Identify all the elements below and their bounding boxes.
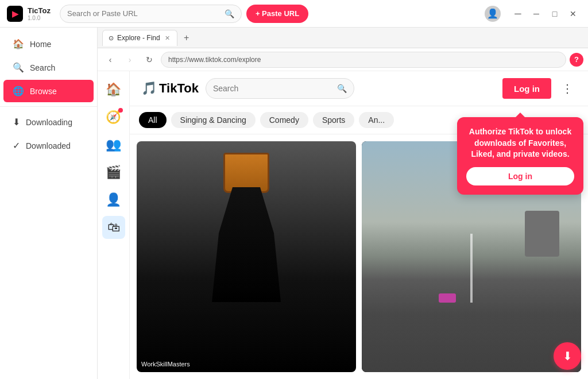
- close-button[interactable]: ✕: [565, 6, 581, 22]
- titlebar: ▶ TicToz 1.0.0 🔍 + Paste URL 👤 ─ ─ □ ✕: [0, 0, 588, 28]
- tiktok-header: 🎵 TikTok 🔍 Log in ⋮: [130, 71, 588, 106]
- tiktok-nav-home[interactable]: 🏠: [102, 78, 125, 101]
- tiktok-logo-text: TikTok: [159, 81, 199, 96]
- forward-button[interactable]: ›: [122, 52, 138, 68]
- category-sports[interactable]: Sports: [313, 112, 354, 128]
- truck-graphic: [525, 211, 559, 257]
- download-icon: ⬇: [563, 349, 572, 363]
- hamburger-button[interactable]: ─: [510, 6, 526, 22]
- sidebar-divider: [0, 106, 97, 107]
- sidebar-item-downloaded-label: Downloaded: [26, 141, 71, 150]
- tab-bar: ⊙ Explore - Find ✕ +: [98, 28, 588, 48]
- global-search-bar[interactable]: 🔍: [60, 5, 242, 23]
- help-button[interactable]: ?: [570, 53, 583, 67]
- liquid-graphic: [212, 187, 281, 302]
- app-version: 1.0.0: [28, 15, 51, 21]
- sidebar-item-browse[interactable]: 🌐 Browse: [3, 80, 94, 102]
- car-graphic: [439, 293, 456, 303]
- window-controls: ─ ─ □ ✕: [510, 6, 581, 22]
- sidebar-item-search[interactable]: 🔍 Search: [3, 56, 94, 79]
- main-layout: 🏠 Home 🔍 Search 🌐 Browse ⬇ Downloading ✓…: [0, 28, 588, 379]
- category-all[interactable]: All: [139, 112, 167, 128]
- browser-area: ⊙ Explore - Find ✕ + ‹ › ↻ https://www.t…: [98, 28, 588, 379]
- downloaded-icon: ✓: [13, 140, 20, 151]
- sidebar-item-downloading-label: Downloading: [26, 118, 72, 127]
- nav-bar: ‹ › ↻ https://www.tiktok.com/explore ?: [98, 48, 588, 71]
- sidebar-item-downloading[interactable]: ⬇ Downloading: [3, 111, 94, 133]
- auth-popup: Authorize TikTok to unlock downloads of …: [457, 117, 583, 195]
- global-search-input[interactable]: [67, 9, 221, 18]
- tiktok-nav-explore[interactable]: 🧭: [102, 106, 125, 129]
- browser-tab[interactable]: ⊙ Explore - Find ✕: [102, 30, 177, 46]
- search-icon: 🔍: [13, 62, 24, 73]
- road-lane-graphic: [470, 234, 473, 303]
- maximize-button[interactable]: □: [547, 6, 563, 22]
- barrel-graphic: [223, 153, 269, 193]
- tiktok-more-button[interactable]: ⋮: [558, 79, 577, 98]
- tab-favicon: ⊙: [109, 34, 114, 42]
- paste-url-button[interactable]: + Paste URL: [246, 5, 308, 23]
- tab-close-button[interactable]: ✕: [164, 34, 171, 42]
- url-bar[interactable]: https://www.tiktok.com/explore: [161, 52, 566, 68]
- minimize-button[interactable]: ─: [528, 6, 544, 22]
- tiktok-search-box[interactable]: 🔍: [206, 78, 355, 99]
- tiktok-sidenav: 🏠 🧭 👥 🎬 👤 🛍: [98, 71, 130, 379]
- back-button[interactable]: ‹: [102, 52, 118, 68]
- tiktok-logo-icon: 🎵: [141, 81, 157, 96]
- tiktok-page: 🏠 🧭 👥 🎬 👤 🛍 🎵 TikTok 🔍: [98, 71, 588, 379]
- search-icon: 🔍: [225, 9, 234, 18]
- video-caption-1: WorkSkillMasters: [141, 361, 351, 368]
- sidebar-item-downloaded[interactable]: ✓ Downloaded: [3, 134, 94, 157]
- sidebar-item-browse-label: Browse: [30, 87, 57, 96]
- app-name: TicToz: [28, 6, 51, 15]
- tiktok-nav-following[interactable]: 👥: [102, 133, 125, 156]
- category-singing[interactable]: Singing & Dancing: [171, 112, 256, 128]
- tiktok-nav-profile[interactable]: 👤: [102, 188, 125, 211]
- downloading-icon: ⬇: [13, 117, 20, 127]
- tiktok-search-icon: 🔍: [337, 84, 347, 93]
- sidebar-item-search-label: Search: [30, 63, 55, 72]
- download-fab-button[interactable]: ⬇: [554, 342, 581, 370]
- home-icon: 🏠: [13, 38, 24, 49]
- sidebar: 🏠 Home 🔍 Search 🌐 Browse ⬇ Downloading ✓…: [0, 28, 98, 379]
- video-thumb-1[interactable]: WorkSkillMasters: [137, 141, 356, 372]
- sidebar-item-home-label: Home: [30, 40, 51, 49]
- app-logo-icon: ▶: [7, 6, 23, 22]
- tiktok-search-input[interactable]: [213, 84, 333, 93]
- refresh-button[interactable]: ↻: [141, 52, 157, 68]
- new-tab-button[interactable]: +: [180, 31, 194, 45]
- category-anime[interactable]: An...: [359, 112, 394, 128]
- avatar-icon: 👤: [487, 8, 498, 19]
- category-comedy[interactable]: Comedy: [260, 112, 308, 128]
- url-text: https://www.tiktok.com/explore: [168, 56, 261, 64]
- auth-popup-text: Authorize TikTok to unlock downloads of …: [466, 126, 574, 160]
- auth-popup-login-button[interactable]: Log in: [466, 167, 574, 185]
- sidebar-item-home[interactable]: 🏠 Home: [3, 33, 94, 55]
- tiktok-nav-store[interactable]: 🛍: [102, 216, 125, 239]
- app-name-block: TicToz 1.0.0: [28, 6, 51, 21]
- tiktok-nav-live[interactable]: 🎬: [102, 161, 125, 184]
- browse-icon: 🌐: [13, 86, 24, 96]
- tiktok-logo: 🎵 TikTok: [141, 81, 199, 96]
- avatar[interactable]: 👤: [485, 6, 501, 22]
- tab-label: Explore - Find: [117, 34, 160, 42]
- tiktok-login-button[interactable]: Log in: [502, 78, 551, 99]
